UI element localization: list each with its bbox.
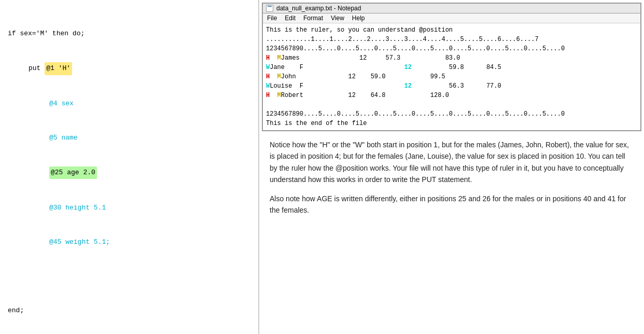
notepad-content: This is the ruler, so you can understand… (263, 23, 640, 130)
menu-file[interactable]: File (267, 15, 277, 22)
notepad-title: data_null_examp.txt - Notepad (276, 5, 361, 12)
menu-edit[interactable]: Edit (285, 15, 296, 22)
description-para2: Also note how AGE is written differently… (270, 193, 634, 216)
code-line-9: end; (8, 305, 250, 316)
code-line-5: @25 age 2.0 (49, 166, 250, 179)
code-line-3: @4 sex (49, 98, 250, 109)
menu-format[interactable]: Format (303, 15, 323, 22)
description-para1: Notice how the "H" or the "W" both start… (270, 139, 634, 186)
notepad-icon (266, 5, 273, 12)
code-line-6: @30 height 5.1 (49, 202, 250, 214)
description-panel: Notice how the "H" or the "W" both start… (259, 131, 644, 231)
menu-help[interactable]: Help (352, 15, 365, 22)
code-line-2: put @1 'H' (29, 62, 250, 75)
code-line-8 (8, 271, 250, 282)
code-block: if sex='M' then do; put @1 'H' @4 sex @5… (8, 5, 250, 334)
code-line-1: if sex='M' then do; (8, 28, 250, 39)
code-line-7: @45 weight 5.1; (49, 236, 250, 248)
notepad-window: data_null_examp.txt - Notepad File Edit … (262, 3, 641, 131)
notepad-menubar[interactable]: File Edit Format View Help (263, 13, 640, 23)
notepad-titlebar: data_null_examp.txt - Notepad (263, 4, 640, 13)
menu-view[interactable]: View (331, 15, 344, 22)
code-panel: if sex='M' then do; put @1 'H' @4 sex @5… (0, 0, 259, 334)
code-line-4: @5 name (49, 132, 250, 144)
right-panel: data_null_examp.txt - Notepad File Edit … (259, 0, 644, 334)
